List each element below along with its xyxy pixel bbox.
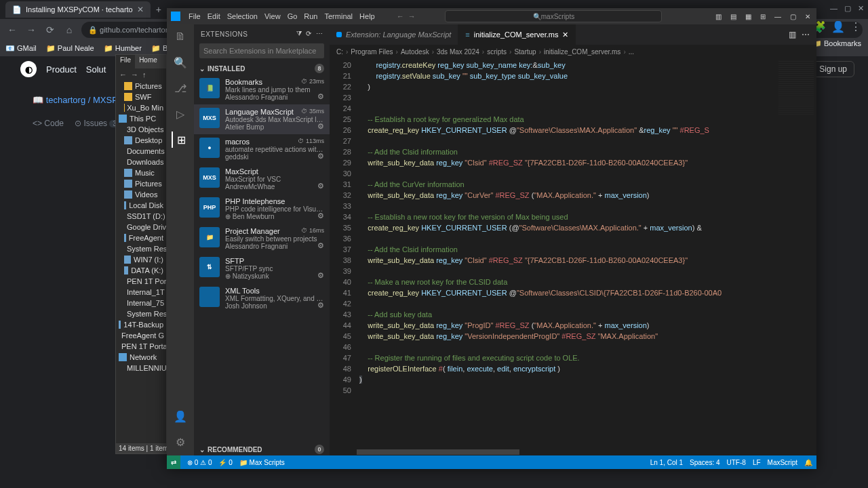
tree-item[interactable]: Videos [116,189,166,200]
filter-icon[interactable]: ⧩ [296,30,302,38]
breadcrumb-segment[interactable]: Program Files [351,48,393,56]
tree-item[interactable]: Downloads [116,157,166,167]
status-indent[interactable]: Spaces: 4 [690,459,719,466]
back-button[interactable]: ← [5,24,19,35]
tree-item[interactable]: WIN7 (I:) [116,254,166,265]
tab-code[interactable]: <> Code [33,119,64,128]
extension-item[interactable]: 📁 Project Manager Easily switch between … [194,224,330,253]
bookmarks-overflow[interactable]: 📁 Bookmarks [812,39,861,48]
tree-item[interactable]: Documents [116,146,166,157]
remote-indicator[interactable]: ⇄ [167,455,180,469]
window-close-icon[interactable]: ✕ [858,4,864,13]
layout-icon[interactable]: ▤ [728,13,738,20]
home-button[interactable]: ⌂ [62,24,76,35]
gear-icon[interactable]: ⚙ [317,301,324,310]
layout-icon[interactable]: ▦ [743,13,753,20]
tree-item[interactable]: Xu_Bo Min [116,102,166,113]
gear-icon[interactable]: ⚙ [317,122,324,131]
gh-menu-product[interactable]: Product [46,64,77,75]
new-tab-button[interactable]: + [156,4,161,15]
menu-item[interactable]: Run [304,12,317,20]
signup-button[interactable]: Sign up [812,61,854,77]
breadcrumb-segment[interactable]: Startup [514,48,536,56]
breadcrumb-segment[interactable]: initialize_COM_server.ms [544,48,620,56]
split-icon[interactable]: ▥ [789,30,796,39]
window-close-icon[interactable]: ✕ [803,13,812,20]
tab-close-icon[interactable]: ✕ [137,5,144,14]
nav-back-icon[interactable]: ← [119,70,127,79]
tree-item[interactable]: Music [116,167,166,178]
ribbon-tab-home[interactable]: Home [135,55,161,68]
status-cursor[interactable]: Ln 1, Col 1 [650,459,683,466]
status-folder[interactable]: 📁 Max Scripts [239,459,285,466]
tree-item[interactable]: Local Disk [116,200,166,211]
tree-item[interactable]: 3D Objects [116,124,166,135]
menu-item[interactable]: Selection [227,12,258,20]
scm-icon[interactable]: ⎇ [172,80,189,96]
layout-icon[interactable]: ⊞ [758,13,768,20]
command-center[interactable]: 🔍 maxScripts [445,10,662,22]
window-minimize-icon[interactable]: — [773,13,783,20]
horizontal-scrollbar[interactable] [330,449,816,455]
more-icon[interactable]: ⋯ [316,30,323,38]
menu-item[interactable]: View [264,12,281,20]
bookmark-item[interactable]: 📧 GMail [5,44,37,53]
nav-forward-icon[interactable]: → [408,12,416,20]
forward-button[interactable]: → [24,24,38,35]
gear-icon[interactable]: ⚙ [317,152,324,161]
repo-breadcrumb[interactable]: 📖 techartorg / MXSP [33,95,118,105]
status-problems[interactable]: ⊗ 0 ⚠ 0 [187,459,212,466]
menu-item[interactable]: Edit [208,12,220,20]
gh-menu-solutions[interactable]: Solut [86,64,106,75]
menu-item[interactable]: Help [359,12,375,20]
tree-item[interactable]: PEN 1T Porta [116,341,166,352]
breadcrumb-segment[interactable]: ... [629,48,634,56]
gear-icon[interactable]: ⚙ [317,271,324,280]
gear-icon[interactable]: ⚙ [317,92,324,101]
layout-icon[interactable]: ▥ [713,13,723,20]
tree-item[interactable]: System Res [116,308,166,319]
tree-item[interactable]: Pictures [116,178,166,189]
breadcrumb-segment[interactable]: Autodesk [401,48,429,56]
refresh-icon[interactable]: ⟳ [306,30,312,38]
gear-icon[interactable]: ⚙ [317,182,324,190]
nav-fwd-icon[interactable]: → [131,70,138,79]
status-eol[interactable]: LF [753,459,761,466]
window-maximize-icon[interactable]: ▢ [844,4,851,13]
extension-item[interactable]: PHP PHP Intelephense PHP code intelligen… [194,194,330,224]
tab-issues[interactable]: ⊙ Issues 3 [75,119,120,128]
notifications-bell-icon[interactable]: 🔔 [804,459,812,466]
extension-item[interactable]: ⇅ SFTP SFTP/FTP sync ⊕ Natizyskunk ⚙ [194,253,330,283]
account-icon[interactable]: 👤 [172,408,189,424]
ribbon-tab-file[interactable]: File [116,55,135,68]
tree-item[interactable]: PEN 1T Por [116,276,166,287]
profile-icon[interactable]: 👤 [831,20,845,33]
extension-item[interactable]: 📗 Bookmarks Mark lines and jump to them … [194,75,330,104]
window-maximize-icon[interactable]: ▢ [788,13,797,20]
extension-item[interactable]: MXS Language MaxScript Autodesk 3ds Max … [194,104,330,134]
settings-gear-icon[interactable]: ⚙ [172,434,189,450]
window-minimize-icon[interactable]: — [830,4,837,13]
tree-item[interactable]: SWF [116,92,166,102]
breadcrumb-segment[interactable]: scripts [487,48,507,56]
tree-item[interactable]: This PC [116,113,166,124]
recommended-section[interactable]: ⌄ RECOMMENDED 0 [194,443,330,455]
explorer-icon[interactable]: 🗎 [172,28,189,45]
status-language[interactable]: MaxScript [768,459,797,466]
menu-icon[interactable]: ⋮ [850,20,861,33]
browser-tab[interactable]: 📄 Installing MXSPyCOM · techarto ✕ [5,1,151,18]
tree-item[interactable]: FreeAgent [116,232,166,243]
nav-back-icon[interactable]: ← [397,12,404,20]
menu-item[interactable]: Go [288,12,298,20]
tree-item[interactable]: Desktop [116,135,166,146]
tree-item[interactable]: Internal_75 [116,298,166,308]
status-encoding[interactable]: UTF-8 [727,459,746,466]
breadcrumb-segment[interactable]: C: [336,48,343,56]
menu-item[interactable]: Terminal [325,12,353,20]
tree-item[interactable]: 14T-Backup [116,319,166,330]
status-ports[interactable]: ⚡ 0 [218,459,232,466]
extension-item[interactable]: MXS MaxScript MaxScript for VSC AndrewMc… [194,164,330,194]
reload-button[interactable]: ⟳ [43,24,57,35]
bookmark-item[interactable]: 📁 Humber [104,44,142,53]
extension-item[interactable]: ● macros automate repetitive actions wit… [194,134,330,164]
